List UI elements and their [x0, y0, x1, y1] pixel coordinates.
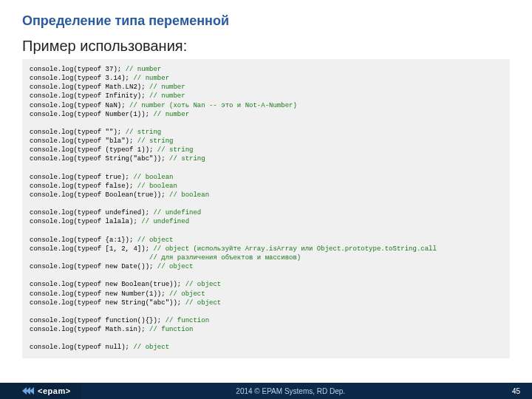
footer-logo: <epam>: [0, 383, 81, 399]
code-block: console.log(typeof 37); // number consol…: [22, 59, 510, 358]
slide-title: Определение типа переменной: [22, 13, 510, 29]
slide-subtitle: Пример использования:: [22, 38, 510, 55]
chevron-icon: [22, 387, 33, 395]
footer-text: 2014 © EPAM Systems, RD Dep.: [81, 387, 500, 395]
footer-bar: <epam> 2014 © EPAM Systems, RD Dep. 45: [0, 383, 532, 399]
logo-text: <epam>: [38, 386, 71, 395]
page-number: 45: [500, 387, 532, 395]
